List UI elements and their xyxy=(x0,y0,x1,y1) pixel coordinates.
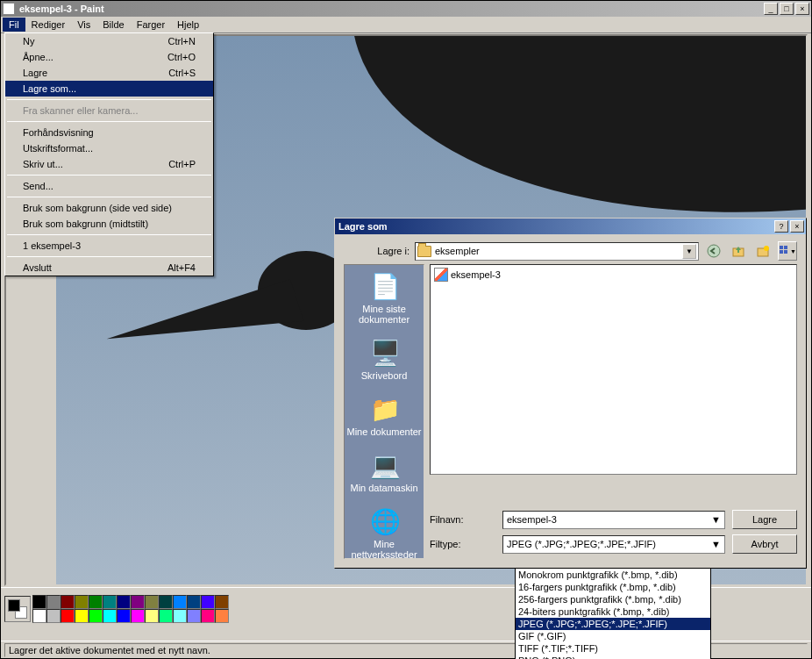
color-swatch[interactable] xyxy=(75,609,89,623)
menu-item[interactable]: Utskriftsformat... xyxy=(5,140,213,156)
place-item[interactable]: 💻Min datamaskin xyxy=(345,444,424,500)
place-icon: 📁 xyxy=(370,395,398,423)
look-in-combo[interactable]: eksempler ▼ xyxy=(415,242,699,261)
chevron-down-icon[interactable]: ▼ xyxy=(682,244,696,259)
menu-vis[interactable]: Vis xyxy=(71,18,96,32)
color-swatch[interactable] xyxy=(103,609,117,623)
menu-separator xyxy=(7,175,211,175)
menu-item[interactable]: Lagre som... xyxy=(5,81,213,97)
color-swatch[interactable] xyxy=(61,609,75,623)
menu-item[interactable]: Åpne...Ctrl+O xyxy=(5,49,213,65)
filetype-option[interactable]: JPEG (*.JPG;*.JPEG;*.JPE;*.JFIF) xyxy=(516,618,710,630)
color-swatch[interactable] xyxy=(117,609,131,623)
file-item[interactable]: eksempel-3 xyxy=(432,267,794,283)
color-swatch[interactable] xyxy=(215,595,229,609)
places-bar: 📄Mine siste dokumenter🖥️Skrivebord📁Mine … xyxy=(344,264,424,559)
color-swatch[interactable] xyxy=(187,595,201,609)
filetype-option[interactable]: 256-fargers punktgrafikk (*.bmp, *.dib) xyxy=(516,593,710,605)
dialog-close-button[interactable]: × xyxy=(790,220,804,233)
menu-item[interactable]: Forhåndsvisning xyxy=(5,125,213,140)
place-label: Min datamaskin xyxy=(346,483,422,493)
filename-label: Filnavn: xyxy=(430,514,495,525)
chevron-down-icon[interactable]: ▼ xyxy=(711,539,721,549)
color-swatch[interactable] xyxy=(173,595,187,609)
back-button[interactable] xyxy=(704,241,723,261)
foreground-color[interactable] xyxy=(8,599,20,612)
color-swatch[interactable] xyxy=(173,609,187,623)
maximize-button[interactable]: □ xyxy=(780,3,794,15)
color-swatch[interactable] xyxy=(89,609,103,623)
current-colors[interactable] xyxy=(4,596,31,622)
cancel-button[interactable]: Avbryt xyxy=(732,534,797,554)
save-as-dialog: Lagre som ? × Lagre i: eksempler ▼ ▼ 📄Mi… xyxy=(334,218,807,569)
look-in-value: eksempler xyxy=(435,246,682,256)
file-menu-dropdown: NyCtrl+NÅpne...Ctrl+OLagreCtrl+SLagre so… xyxy=(4,32,214,276)
menu-bilde[interactable]: Bilde xyxy=(96,18,130,32)
dialog-toolbar: Lagre i: eksempler ▼ ▼ xyxy=(335,234,806,268)
filetype-option[interactable]: TIFF (*.TIF;*.TIFF) xyxy=(516,642,710,655)
menu-item[interactable]: Bruk som bakgrunn (side ved side) xyxy=(5,200,213,216)
menu-item-label: 1 eksempel-3 xyxy=(23,240,196,251)
menu-item[interactable]: Send... xyxy=(5,178,213,194)
place-item[interactable]: 🖥️Skrivebord xyxy=(345,332,424,388)
menu-item-shortcut: Ctrl+S xyxy=(168,68,196,78)
color-swatch[interactable] xyxy=(131,609,145,623)
new-folder-button[interactable] xyxy=(753,241,773,261)
menu-item-label: Lagre xyxy=(23,68,168,78)
color-swatch[interactable] xyxy=(61,595,75,609)
view-menu-button[interactable]: ▼ xyxy=(778,241,797,261)
color-swatch[interactable] xyxy=(117,595,131,609)
color-swatch[interactable] xyxy=(145,609,159,623)
menu-hjelp[interactable]: Hjelp xyxy=(171,18,205,32)
menu-rediger[interactable]: Rediger xyxy=(25,18,72,32)
menu-item[interactable]: Skriv ut...Ctrl+P xyxy=(5,156,213,172)
filetype-option[interactable]: 24-biters punktgrafikk (*.bmp, *.dib) xyxy=(516,605,710,618)
filetype-combo[interactable]: JPEG (*.JPG;*.JPEG;*.JPE;*.JFIF) ▼ xyxy=(502,535,725,554)
menu-farger[interactable]: Farger xyxy=(131,18,171,32)
color-swatch[interactable] xyxy=(46,595,61,609)
dialog-help-button[interactable]: ? xyxy=(774,220,788,233)
color-swatch[interactable] xyxy=(201,595,215,609)
color-swatch[interactable] xyxy=(215,609,229,623)
color-swatch[interactable] xyxy=(187,609,201,623)
color-swatch[interactable] xyxy=(103,595,117,609)
minimize-button[interactable]: _ xyxy=(764,3,778,15)
place-item[interactable]: 🌐Mine nettverkssteder xyxy=(345,500,424,567)
svg-rect-7 xyxy=(784,250,787,254)
color-swatch[interactable] xyxy=(159,609,173,623)
filetype-option[interactable]: PNG (*.PNG) xyxy=(516,655,710,659)
filename-input[interactable]: eksempel-3 ▼ xyxy=(502,511,725,529)
dialog-titlebar[interactable]: Lagre som ? × xyxy=(335,218,806,234)
menu-item[interactable]: 1 eksempel-3 xyxy=(5,238,213,254)
place-item[interactable]: 📄Mine siste dokumenter xyxy=(345,265,424,332)
place-item[interactable]: 📁Mine dokumenter xyxy=(345,388,424,444)
color-swatch[interactable] xyxy=(201,609,215,623)
menu-item-label: Send... xyxy=(23,181,196,191)
color-swatch[interactable] xyxy=(159,595,173,609)
up-button[interactable] xyxy=(729,241,748,261)
color-swatch[interactable] xyxy=(32,595,46,609)
menu-item[interactable]: LagreCtrl+S xyxy=(5,65,213,81)
filetype-option[interactable]: Monokrom punktgrafikk (*.bmp, *.dib) xyxy=(516,569,710,581)
menu-item[interactable]: Bruk som bakgrunn (midtstilt) xyxy=(5,216,213,232)
menu-item[interactable]: NyCtrl+N xyxy=(5,33,213,49)
color-swatch[interactable] xyxy=(145,595,159,609)
menu-item[interactable]: AvsluttAlt+F4 xyxy=(5,260,213,276)
save-button[interactable]: Lagre xyxy=(732,510,797,529)
color-swatch[interactable] xyxy=(89,595,103,609)
place-label: Mine nettverkssteder xyxy=(346,539,422,560)
chevron-down-icon[interactable]: ▼ xyxy=(711,514,721,525)
look-in-label: Lagre i: xyxy=(344,246,410,256)
color-swatch[interactable] xyxy=(46,609,61,623)
menubar: FilRedigerVisBildeFargerHjelp xyxy=(1,17,811,33)
file-list[interactable]: eksempel-3 xyxy=(430,264,797,475)
filetype-option[interactable]: 16-fargers punktgrafikk (*.bmp, *.dib) xyxy=(516,581,710,593)
color-swatch[interactable] xyxy=(131,595,145,609)
color-swatch[interactable] xyxy=(32,609,46,623)
close-button[interactable]: × xyxy=(795,3,809,15)
place-label: Skrivebord xyxy=(346,370,422,381)
menu-fil[interactable]: Fil xyxy=(3,18,25,32)
filetype-option[interactable]: GIF (*.GIF) xyxy=(516,630,710,642)
color-swatch[interactable] xyxy=(75,595,89,609)
paint-titlebar[interactable]: eksempel-3 - Paint _ □ × xyxy=(1,1,811,17)
